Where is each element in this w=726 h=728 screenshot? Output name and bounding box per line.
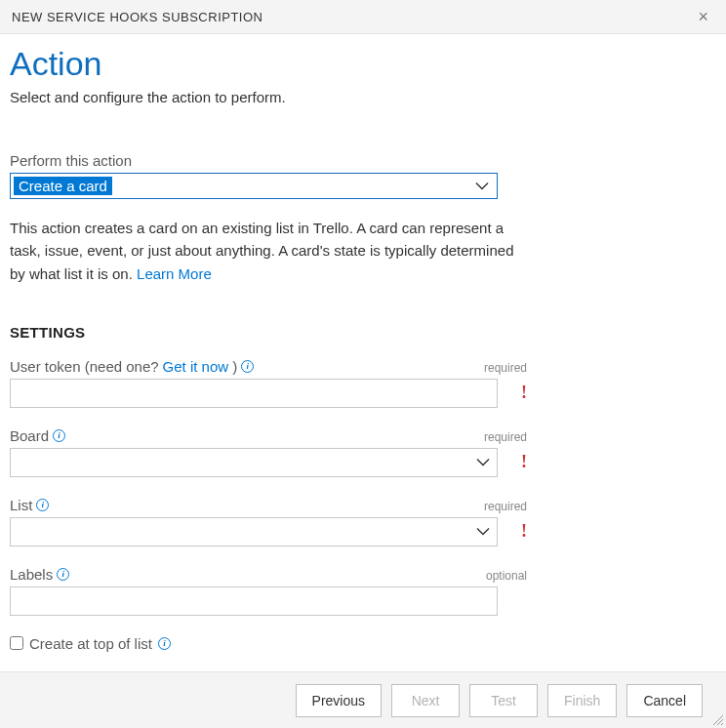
labels-label: Labels i	[10, 566, 69, 583]
settings-heading: SETTINGS	[10, 324, 716, 341]
required-tag: required	[484, 361, 527, 375]
svg-line-0	[713, 715, 723, 725]
user-token-label: User token (need one? Get it now) i	[10, 358, 254, 375]
field-list: List i required !	[10, 497, 527, 546]
create-top-label: Create at top of list	[29, 635, 152, 652]
test-button[interactable]: Test	[469, 684, 538, 717]
svg-line-2	[721, 723, 723, 725]
board-label: Board i	[10, 427, 65, 444]
resize-grip-icon	[710, 712, 724, 726]
cancel-button[interactable]: Cancel	[626, 684, 703, 717]
get-it-now-link[interactable]: Get it now	[163, 358, 229, 375]
info-icon[interactable]: i	[53, 429, 65, 442]
error-icon: !	[521, 452, 527, 472]
field-labels: Labels i optional	[10, 566, 527, 616]
action-selected-value: Create a card	[14, 177, 112, 195]
close-icon[interactable]: ×	[692, 8, 714, 25]
required-tag: required	[484, 430, 527, 444]
list-select[interactable]	[10, 517, 498, 546]
finish-button[interactable]: Finish	[547, 684, 617, 717]
page-heading: Action	[10, 45, 716, 83]
field-board: Board i required !	[10, 427, 527, 477]
action-label: Perform this action	[10, 152, 716, 169]
dialog-content: Action Select and configure the action t…	[0, 33, 726, 671]
next-button[interactable]: Next	[391, 684, 460, 717]
board-select[interactable]	[10, 448, 498, 477]
chevron-down-icon	[475, 182, 489, 190]
error-icon: !	[521, 521, 527, 542]
field-create-top: Create at top of list i	[10, 635, 716, 652]
info-icon[interactable]: i	[158, 637, 171, 650]
info-icon[interactable]: i	[241, 360, 254, 373]
create-top-checkbox[interactable]	[10, 636, 23, 650]
previous-button[interactable]: Previous	[296, 684, 382, 717]
dialog-footer: Previous Next Test Finish Cancel	[0, 671, 726, 728]
field-user-token: User token (need one? Get it now) i requ…	[10, 358, 527, 408]
dialog-title: NEW SERVICE HOOKS SUBSCRIPTION	[12, 10, 262, 24]
info-icon[interactable]: i	[36, 499, 49, 511]
error-icon: !	[521, 383, 527, 403]
dialog-header: NEW SERVICE HOOKS SUBSCRIPTION ×	[0, 0, 726, 34]
action-description: This action creates a card on an existin…	[10, 217, 517, 285]
required-tag: required	[484, 500, 527, 513]
page-subtitle: Select and configure the action to perfo…	[10, 89, 716, 105]
svg-line-1	[717, 719, 723, 725]
learn-more-link[interactable]: Learn More	[137, 265, 212, 282]
info-icon[interactable]: i	[57, 568, 69, 581]
labels-input[interactable]	[10, 586, 498, 616]
description-text: This action creates a card on an existin…	[10, 220, 513, 282]
action-select[interactable]: Create a card	[10, 173, 498, 199]
list-label: List i	[10, 497, 49, 513]
user-token-input[interactable]	[10, 379, 498, 408]
optional-tag: optional	[486, 569, 527, 583]
